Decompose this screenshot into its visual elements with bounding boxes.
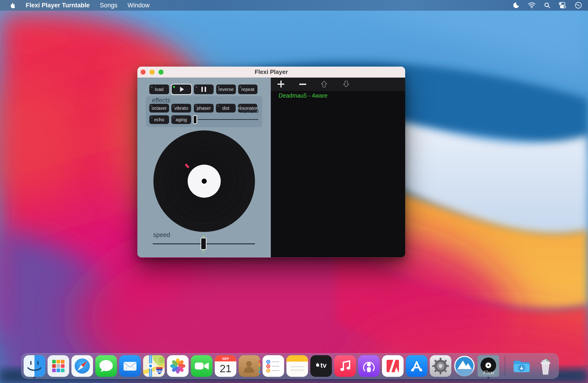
clock-icon[interactable]	[575, 2, 582, 9]
dock-contacts-icon[interactable]	[239, 355, 260, 377]
vinyl-spindle-hole	[202, 179, 207, 184]
dock-mountain-app-icon[interactable]	[454, 355, 475, 377]
dock-launchpad-icon[interactable]	[47, 355, 69, 377]
dock-messages-icon[interactable]	[95, 355, 117, 377]
flexi-player-window: Flexi Player load reverse repeat	[137, 67, 405, 258]
led-indicator	[217, 86, 220, 88]
dock-system-preferences-icon[interactable]	[430, 355, 451, 377]
dist-button[interactable]: dist	[216, 104, 236, 113]
vinyl-record[interactable]	[153, 130, 255, 232]
dock-calendar-icon[interactable]: SEP 21	[215, 355, 236, 377]
menu-songs[interactable]: Songs	[100, 2, 118, 9]
echo-button[interactable]: echo	[149, 115, 169, 124]
load-label: load	[155, 87, 164, 92]
window-title: Flexi Player	[255, 68, 288, 76]
dock-separator	[505, 356, 505, 376]
svg-text:280: 280	[156, 369, 162, 373]
pause-button[interactable]	[194, 84, 214, 94]
octaver-button[interactable]: octaver	[149, 104, 169, 113]
dock-mail-icon[interactable]	[119, 355, 141, 377]
dock-apple-tv-icon[interactable]: tv	[310, 355, 332, 377]
wifi-icon[interactable]	[528, 2, 536, 8]
dock-facetime-icon[interactable]	[191, 355, 212, 377]
move-down-icon[interactable]	[343, 81, 349, 88]
minimize-button[interactable]	[149, 70, 155, 75]
menu-window[interactable]: Window	[127, 2, 149, 9]
reverse-button[interactable]: reverse	[216, 84, 236, 94]
do-not-disturb-moon-icon[interactable]	[513, 2, 520, 9]
dock-photos-icon[interactable]	[167, 355, 189, 377]
svg-text:21: 21	[220, 363, 231, 375]
effects-panel: effects octaver vibrato phaser dist reso…	[146, 96, 262, 127]
dock-downloads-folder-icon[interactable]	[511, 355, 532, 377]
phaser-button[interactable]: phaser	[194, 104, 214, 113]
zoom-button[interactable]	[158, 70, 164, 75]
play-button[interactable]	[171, 84, 191, 94]
add-song-icon[interactable]	[277, 81, 284, 87]
dock-notes-icon[interactable]	[286, 355, 308, 377]
menu-bar: Flexi Player Turntable Songs Window	[0, 0, 588, 11]
repeat-button[interactable]: repeat	[238, 84, 257, 94]
apple-menu-icon[interactable]	[9, 2, 16, 9]
control-center-icon[interactable]	[559, 2, 567, 9]
dock-reminders-icon[interactable]	[263, 355, 284, 377]
svg-text:SEP: SEP	[222, 357, 229, 361]
close-button[interactable]	[141, 70, 146, 75]
playlist-toolbar	[271, 78, 405, 91]
led-indicator	[240, 86, 242, 88]
move-up-icon[interactable]	[321, 81, 327, 88]
playlist-song-item[interactable]: Deadmau5 - 4ware	[279, 92, 328, 99]
dock-flexi-player-icon[interactable]: Flexi	[478, 355, 499, 377]
dock-finder-icon[interactable]	[24, 355, 45, 377]
turntable-panel: load reverse repeat effects octaver	[137, 78, 271, 257]
speed-label: speed	[153, 231, 170, 239]
dock-maps-icon[interactable]: 280	[143, 355, 165, 377]
dock-news-icon[interactable]	[382, 355, 403, 377]
reverb-slider-handle[interactable]	[193, 115, 197, 124]
reverb-slider-track[interactable]	[198, 119, 258, 120]
led-indicator	[151, 86, 153, 88]
speed-slider-handle[interactable]	[201, 238, 207, 250]
dock-app-store-icon[interactable]	[406, 355, 427, 377]
remove-song-icon[interactable]	[299, 83, 306, 85]
svg-text:tv: tv	[320, 362, 327, 369]
reverb-label: reverb	[241, 107, 259, 115]
reverse-label: reverse	[218, 87, 234, 92]
svg-text:Flexi: Flexi	[483, 370, 494, 375]
dock-trash-icon[interactable]	[535, 355, 556, 377]
effects-title: effects	[152, 97, 170, 104]
window-titlebar[interactable]: Flexi Player	[137, 67, 405, 78]
playlist-panel: Deadmau5 - 4ware	[271, 78, 405, 257]
led-indicator	[195, 86, 197, 88]
pause-bars-icon	[201, 87, 206, 92]
vibrato-button[interactable]: vibrato	[171, 104, 191, 113]
aging-button[interactable]: aging	[171, 115, 191, 124]
load-button[interactable]: load	[149, 84, 169, 94]
play-triangle-icon	[180, 87, 184, 92]
dock-safari-icon[interactable]	[71, 355, 93, 377]
dock-music-icon[interactable]	[334, 355, 356, 377]
dock-podcasts-icon[interactable]	[358, 355, 380, 377]
dock: 280	[21, 353, 559, 379]
led-indicator	[173, 86, 175, 88]
spotlight-search-icon[interactable]	[544, 2, 550, 8]
repeat-label: repeat	[241, 87, 254, 92]
menu-app-name[interactable]: Flexi Player Turntable	[26, 2, 90, 9]
